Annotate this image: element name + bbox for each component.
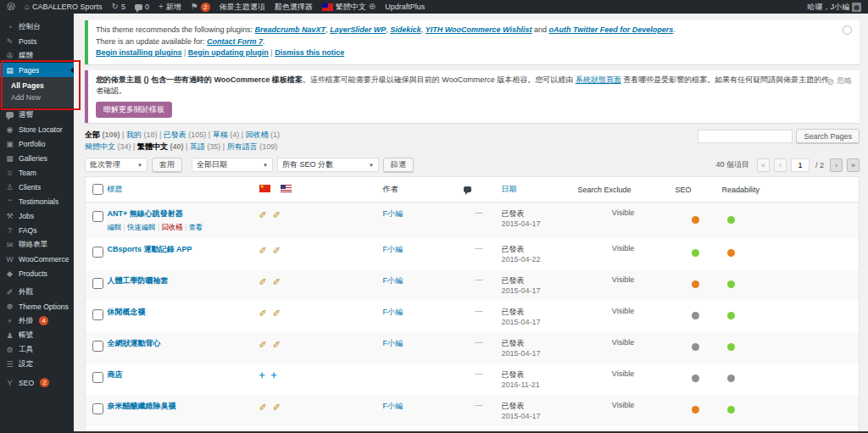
page-title-link[interactable]: 人體工學防曬袖套: [108, 276, 169, 285]
edit-translation-icon[interactable]: ✎: [259, 244, 267, 255]
last-page-button[interactable]: »: [847, 158, 860, 172]
sidebar-item-seo[interactable]: Y SEO 2: [0, 375, 74, 390]
woo-dismiss-link[interactable]: ⊘ 忽略: [827, 75, 852, 88]
row-checkbox[interactable]: [92, 403, 103, 414]
sidebar-item-clients[interactable]: ♙ Clients: [0, 180, 74, 194]
row-checkbox[interactable]: [92, 341, 103, 352]
bulk-actions-select[interactable]: 批次管理 ▼: [85, 158, 147, 172]
page-title-link[interactable]: ANT+ 無線心跳發射器: [108, 209, 183, 218]
sidebar-item-media[interactable]: ✇ 媒體: [0, 48, 74, 63]
sidebar-item-jobs[interactable]: ⚒ Jobs: [0, 208, 74, 223]
updraftplus-menu[interactable]: UpdraftPlus: [385, 3, 425, 11]
sidebar-item-store-locator[interactable]: ◉ Store Locator: [0, 122, 74, 136]
submenu-item-all-pages[interactable]: All Pages: [0, 80, 74, 92]
row-action-link[interactable]: 回收桶: [161, 223, 182, 231]
sidebar-item-theme-options[interactable]: ☸ Theme Options: [0, 299, 74, 314]
comments-menu[interactable]: 0: [135, 3, 149, 11]
row-action-link[interactable]: 編輯: [108, 223, 122, 231]
sidebar-item-woocommerce[interactable]: W WooCommerce: [0, 252, 74, 266]
edit-translation-icon[interactable]: ✎: [273, 307, 281, 318]
learn-more-templates-button[interactable]: 瞭解更多關於樣板: [96, 102, 172, 119]
row-checkbox[interactable]: [92, 278, 103, 289]
edit-translation-icon[interactable]: ✎: [259, 307, 267, 318]
author-link[interactable]: F小編: [383, 339, 403, 347]
status-filter-2[interactable]: 我的 (18): [126, 130, 158, 139]
column-header-title[interactable]: 標題: [104, 177, 253, 203]
system-status-link[interactable]: 系統狀態頁面: [576, 75, 621, 84]
row-action-link[interactable]: 快速編輯: [127, 223, 156, 231]
sidebar-item-testimonials[interactable]: “ Testimonials: [0, 194, 74, 208]
row-checkbox[interactable]: [92, 309, 103, 320]
page-title-link[interactable]: 奈米醋醣纖維除臭襪: [108, 402, 176, 410]
page-title-link[interactable]: CBsports 運動記錄 APP: [108, 245, 192, 253]
row-action-link[interactable]: 查看: [188, 223, 203, 231]
author-link[interactable]: F小編: [383, 245, 403, 253]
sidebar-item-contact[interactable]: ✉ 聯絡表單: [0, 237, 74, 252]
edit-translation-icon[interactable]: ✎: [273, 275, 281, 286]
sidebar-item-faqs[interactable]: ? FAQs: [0, 223, 74, 237]
edit-translation-icon[interactable]: ✎: [259, 401, 267, 412]
plugin-link[interactable]: Breadcrumb NavXT: [255, 25, 326, 34]
sidebar-item-tools[interactable]: ⚙ 工具: [0, 342, 74, 357]
sidebar-item-products[interactable]: ◆ Products: [0, 266, 74, 280]
sidebar-item-comments[interactable]: 迴響: [0, 108, 74, 122]
new-content-menu[interactable]: + 新增: [159, 2, 181, 13]
author-link[interactable]: F小編: [383, 402, 403, 410]
edit-translation-icon[interactable]: ✎: [273, 401, 281, 412]
edit-translation-icon[interactable]: ✎: [259, 208, 267, 219]
wp-logo-menu[interactable]: Ⓦ: [7, 3, 15, 11]
update-plugin-link[interactable]: Contact Form 7: [207, 37, 263, 46]
site-name-menu[interactable]: ⌂ CABALLERO Sports: [25, 3, 103, 11]
language-filter-2[interactable]: 繁體中文 (40): [137, 142, 184, 151]
author-link[interactable]: F小編: [383, 209, 403, 218]
language-filter-1[interactable]: 簡體中文 (34): [85, 142, 131, 151]
sidebar-item-galleries[interactable]: ▦ Galleries: [0, 151, 74, 165]
current-page-input[interactable]: [791, 158, 810, 172]
column-header-date[interactable]: 日期: [498, 177, 575, 203]
date-filter-select[interactable]: 全部日期 ▼: [192, 158, 273, 172]
page-title-link[interactable]: 休閒概念襪: [108, 308, 146, 316]
sidebar-item-dashboard[interactable]: ◔ 控制台: [0, 19, 74, 34]
row-checkbox[interactable]: [92, 247, 103, 258]
plugin-link[interactable]: oAuth Twitter Feed for Developers: [549, 25, 674, 34]
edit-translation-icon[interactable]: ✎: [273, 208, 281, 219]
edit-translation-icon[interactable]: ✎: [259, 338, 267, 349]
apply-button[interactable]: 套用: [152, 158, 182, 172]
filter-button[interactable]: 篩選: [383, 158, 414, 172]
plugin-link[interactable]: YITH WooCommerce Wishlist: [426, 25, 532, 34]
my-account-menu[interactable]: 哈囉，J小編 ☻: [808, 2, 862, 13]
status-filter-5[interactable]: 回收桶 (1): [245, 130, 280, 139]
search-pages-button[interactable]: Search Pages: [796, 129, 860, 143]
next-page-button[interactable]: ›: [830, 158, 843, 172]
notice-action-link[interactable]: Begin installing plugins: [96, 48, 182, 57]
dismiss-notice-icon[interactable]: [843, 25, 852, 35]
seo-score-filter-select[interactable]: 所有 SEO 分數 ▼: [277, 158, 379, 172]
sidebar-item-plugins[interactable]: ⚡ 外掛 4: [0, 314, 74, 328]
page-title-link[interactable]: 商店: [108, 370, 123, 379]
status-filter-4[interactable]: 草稿 (4): [213, 130, 240, 139]
row-checkbox[interactable]: [92, 372, 103, 383]
select-all-checkbox[interactable]: [92, 184, 103, 195]
sidebar-item-users[interactable]: ♟ 帳號: [0, 328, 74, 342]
sidebar-item-pages[interactable]: ▤ Pages: [0, 63, 74, 77]
sidebar-item-settings[interactable]: ☰ 設定: [0, 357, 74, 371]
author-link[interactable]: F小編: [383, 276, 403, 285]
language-filter-4[interactable]: 所有語言 (109): [227, 142, 278, 151]
plugin-link[interactable]: LayerSlider WP: [330, 25, 386, 34]
search-input[interactable]: [698, 130, 793, 143]
sidebar-item-portfolio[interactable]: ▣ Portfolio: [0, 136, 74, 151]
notice-action-link[interactable]: Begin updating plugin: [188, 48, 269, 57]
color-picker-menu[interactable]: 顏色選擇器: [275, 2, 313, 13]
notice-action-link[interactable]: Dismiss this notice: [275, 48, 344, 57]
edit-translation-icon[interactable]: ✎: [273, 338, 281, 349]
plugin-link[interactable]: Sidekick: [390, 25, 421, 34]
sidebar-item-posts[interactable]: ✎ Posts: [0, 34, 74, 48]
author-link[interactable]: F小編: [383, 308, 403, 316]
edit-translation-icon[interactable]: ✎: [273, 244, 281, 255]
submenu-item-add-new[interactable]: Add New: [0, 92, 74, 103]
language-switcher-menu[interactable]: 繁體中文 ⊕: [322, 2, 376, 13]
sidebar-item-team[interactable]: ☺ Team: [0, 165, 74, 180]
add-translation-icon[interactable]: +: [259, 369, 265, 381]
edit-translation-icon[interactable]: ✎: [259, 275, 267, 286]
status-filter-1[interactable]: 全部 (109): [85, 130, 120, 139]
